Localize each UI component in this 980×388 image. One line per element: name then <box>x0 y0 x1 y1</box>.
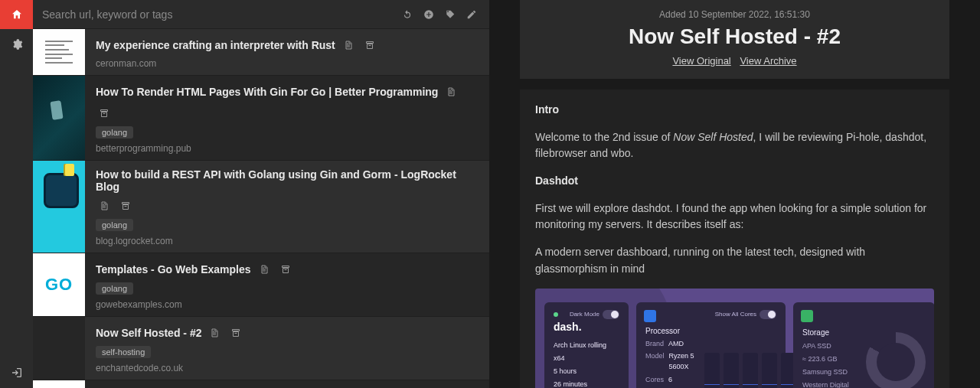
dash-row: BrandAMD <box>645 339 697 350</box>
bookmark-item[interactable]: Gin Quickstartgolang <box>33 380 489 388</box>
search-input[interactable] <box>39 4 399 25</box>
logout-button[interactable] <box>0 357 33 388</box>
bookmark-body: Templates - Go Web Examplesgolanggowebex… <box>85 253 489 316</box>
show-all-cores-toggle <box>760 310 776 319</box>
search-actions <box>399 6 483 23</box>
archive-icon[interactable] <box>96 105 113 122</box>
file-text-icon[interactable] <box>206 324 223 341</box>
dash-row: x64 <box>554 354 619 364</box>
reader-pane: Added 10 September 2022, 16:51:30 Now Se… <box>520 0 980 388</box>
bookmark-column: My experience crafting an interpreter wi… <box>33 0 489 388</box>
bookmark-item[interactable]: My experience crafting an interpreter wi… <box>33 29 489 76</box>
plus-circle-icon <box>423 9 434 20</box>
home-icon <box>11 8 23 21</box>
bookmark-body: Now Self Hosted - #2self-hostingenchante… <box>85 317 489 380</box>
bookmark-item[interactable]: How To Render HTML Pages With Gin For Go… <box>33 76 489 161</box>
intro-paragraph: Welcome to the 2nd issue of Now Self Hos… <box>535 129 934 162</box>
reader-header: Added 10 September 2022, 16:51:30 Now Se… <box>520 0 949 79</box>
dash-row: Arch Linux rolling <box>554 341 619 351</box>
archive-icon[interactable] <box>117 197 134 214</box>
dash-row: ≈ 223.6 GB <box>802 354 858 365</box>
archive-icon[interactable] <box>277 261 294 278</box>
reader-links: View Original View Archive <box>535 55 934 67</box>
bookmark-body: How to build a REST API with Golang usin… <box>85 161 489 253</box>
tags-icon <box>445 9 456 20</box>
dash-screenshot: Dark Mode dash. Arch Linux rollingx645 h… <box>535 289 934 389</box>
cpu-chip-icon <box>644 310 656 322</box>
bookmark-title: How To Render HTML Pages With Gin For Go… <box>96 86 438 98</box>
file-text-icon[interactable] <box>96 197 113 214</box>
left-rail <box>0 0 33 388</box>
tag[interactable]: golang <box>96 219 133 231</box>
bookmark-thumbnail <box>33 29 85 75</box>
bookmark-title: How to build a REST API with Golang usin… <box>96 168 480 193</box>
gear-icon <box>11 38 23 51</box>
dash-row: Western Digital HD <box>802 380 858 388</box>
bookmark-list: My experience crafting an interpreter wi… <box>33 29 489 388</box>
view-original-link[interactable]: View Original <box>672 55 730 67</box>
edit-button[interactable] <box>463 6 480 23</box>
archive-icon[interactable] <box>361 37 378 54</box>
refresh-icon <box>402 9 413 20</box>
bookmark-tags: golang <box>96 126 480 139</box>
archive-icon[interactable] <box>227 324 244 341</box>
bookmark-thumbnail <box>33 161 85 253</box>
dashdot-heading: Dashdot <box>535 174 578 187</box>
storage-chip-icon <box>801 310 813 322</box>
bookmark-thumbnail <box>33 380 85 388</box>
reader-title: Now Self Hosted - #2 <box>535 24 934 49</box>
bookmark-item[interactable]: GOTemplates - Go Web Examplesgolanggoweb… <box>33 253 489 317</box>
bookmark-domain: gowebexamples.com <box>96 299 480 310</box>
dark-mode-label: Dark Mode <box>570 311 599 318</box>
storage-title: Storage <box>802 327 858 339</box>
dash-brand: dash. <box>554 319 619 336</box>
storage-donut <box>866 332 926 388</box>
search-bar <box>33 0 489 29</box>
view-archive-link[interactable]: View Archive <box>740 55 796 67</box>
reader-content: Intro Welcome to the 2nd issue of Now Se… <box>520 90 949 388</box>
bookmark-title: Templates - Go Web Examples <box>96 263 251 276</box>
bookmark-thumbnail <box>33 317 85 380</box>
dashdot-p2: A modern server dashboard, running on th… <box>535 244 934 277</box>
dark-mode-toggle <box>603 310 619 319</box>
settings-button[interactable] <box>0 29 33 60</box>
processor-title: Processor <box>645 325 776 337</box>
dash-row: APA SSD <box>802 341 858 352</box>
intro-em: Now Self Hosted <box>673 131 753 143</box>
bookmark-item[interactable]: Now Self Hosted - #2self-hostingenchante… <box>33 317 489 380</box>
dash-row: Cores6 <box>645 375 697 386</box>
dashdot-p1: First we will explore dashdot. I found t… <box>535 201 934 233</box>
add-button[interactable] <box>420 6 437 23</box>
bookmark-thumbnail <box>33 76 85 160</box>
bookmark-body: Gin Quickstartgolang <box>85 380 489 388</box>
bookmark-domain: enchantedcode.co.uk <box>96 363 480 373</box>
bookmark-domain: blog.logrocket.com <box>96 236 480 246</box>
tag[interactable]: golang <box>96 126 133 139</box>
tag[interactable]: self-hosting <box>96 346 151 358</box>
intro-heading: Intro <box>535 103 559 116</box>
dash-row: 26 minutes <box>554 380 619 389</box>
dash-row: Samsung SSD <box>802 367 858 378</box>
bookmark-body: My experience crafting an interpreter wi… <box>85 29 489 75</box>
file-text-icon[interactable] <box>443 83 459 100</box>
bookmark-tags: golang <box>96 219 480 231</box>
dash-row: ModelRyzen 5 5600X <box>645 351 697 373</box>
app-root: My experience crafting an interpreter wi… <box>0 0 980 388</box>
bookmark-title: Now Self Hosted - #2 <box>96 327 201 339</box>
intro-pre: Welcome to the 2nd issue of <box>535 131 673 143</box>
gutter <box>489 0 520 388</box>
pencil-icon <box>466 9 477 20</box>
tag[interactable]: golang <box>96 282 133 295</box>
home-button[interactable] <box>0 0 33 29</box>
refresh-button[interactable] <box>399 6 416 23</box>
bookmark-domain: ceronman.com <box>96 58 480 69</box>
added-timestamp: Added 10 September 2022, 16:51:30 <box>535 9 934 20</box>
bookmark-item[interactable]: How to build a REST API with Golang usin… <box>33 161 489 253</box>
bookmark-thumbnail: GO <box>33 253 85 316</box>
bookmark-tags: golang <box>96 282 480 295</box>
file-text-icon[interactable] <box>256 261 273 278</box>
file-text-icon[interactable] <box>340 37 357 54</box>
bookmark-title: My experience crafting an interpreter wi… <box>96 39 335 51</box>
dash-row: 5 hours <box>554 367 619 377</box>
tags-button[interactable] <box>442 6 459 23</box>
